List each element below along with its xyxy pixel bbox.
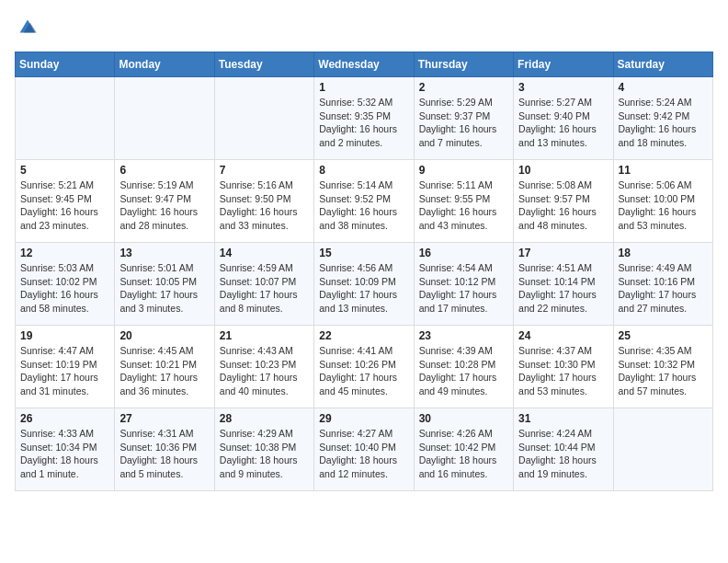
calendar-cell xyxy=(16,77,115,160)
day-info: Sunrise: 4:41 AM Sunset: 10:26 PM Daylig… xyxy=(319,344,408,398)
weekday-header-friday: Friday xyxy=(514,52,613,77)
week-row-2: 5Sunrise: 5:21 AM Sunset: 9:45 PM Daylig… xyxy=(16,160,713,243)
calendar-cell: 11Sunrise: 5:06 AM Sunset: 10:00 PM Dayl… xyxy=(613,160,712,243)
day-number: 17 xyxy=(518,247,608,259)
calendar-cell: 9Sunrise: 5:11 AM Sunset: 9:55 PM Daylig… xyxy=(414,160,513,243)
weekday-header-thursday: Thursday xyxy=(414,52,513,77)
day-info: Sunrise: 5:06 AM Sunset: 10:00 PM Daylig… xyxy=(619,178,708,233)
day-info: Sunrise: 4:29 AM Sunset: 10:38 PM Daylig… xyxy=(220,427,309,481)
calendar-cell: 31Sunrise: 4:24 AM Sunset: 10:44 PM Dayl… xyxy=(514,408,613,491)
day-info: Sunrise: 5:11 AM Sunset: 9:55 PM Dayligh… xyxy=(419,178,508,233)
day-info: Sunrise: 4:39 AM Sunset: 10:28 PM Daylig… xyxy=(419,344,508,398)
day-number: 9 xyxy=(419,164,508,177)
day-info: Sunrise: 5:03 AM Sunset: 10:02 PM Daylig… xyxy=(20,261,109,316)
calendar-cell: 27Sunrise: 4:31 AM Sunset: 10:36 PM Dayl… xyxy=(115,408,214,491)
calendar-cell: 6Sunrise: 5:19 AM Sunset: 9:47 PM Daylig… xyxy=(115,160,214,243)
day-number: 7 xyxy=(220,164,309,177)
day-number: 25 xyxy=(619,329,708,342)
day-number: 27 xyxy=(119,412,209,425)
calendar-cell xyxy=(214,77,313,160)
day-info: Sunrise: 5:21 AM Sunset: 9:45 PM Dayligh… xyxy=(20,178,109,233)
week-row-1: 1Sunrise: 5:32 AM Sunset: 9:35 PM Daylig… xyxy=(16,77,713,160)
day-info: Sunrise: 4:49 AM Sunset: 10:16 PM Daylig… xyxy=(619,261,708,316)
day-number: 29 xyxy=(319,412,408,425)
day-info: Sunrise: 5:19 AM Sunset: 9:47 PM Dayligh… xyxy=(119,178,209,233)
weekday-header-sunday: Sunday xyxy=(16,52,115,77)
day-info: Sunrise: 4:27 AM Sunset: 10:40 PM Daylig… xyxy=(319,427,408,481)
day-number: 13 xyxy=(119,247,209,259)
day-number: 6 xyxy=(119,164,209,177)
day-info: Sunrise: 4:54 AM Sunset: 10:12 PM Daylig… xyxy=(419,261,508,316)
day-info: Sunrise: 4:37 AM Sunset: 10:30 PM Daylig… xyxy=(518,344,608,398)
day-number: 15 xyxy=(319,247,408,259)
weekday-header-wednesday: Wednesday xyxy=(314,52,414,77)
calendar-cell: 23Sunrise: 4:39 AM Sunset: 10:28 PM Dayl… xyxy=(414,326,513,408)
day-number: 16 xyxy=(419,247,508,259)
day-number: 20 xyxy=(119,329,209,342)
day-number: 19 xyxy=(20,329,109,342)
calendar-cell: 14Sunrise: 4:59 AM Sunset: 10:07 PM Dayl… xyxy=(214,243,313,326)
logo-icon xyxy=(15,15,40,40)
day-number: 23 xyxy=(419,329,508,342)
calendar-cell: 21Sunrise: 4:43 AM Sunset: 10:23 PM Dayl… xyxy=(214,326,313,408)
calendar-cell: 17Sunrise: 4:51 AM Sunset: 10:14 PM Dayl… xyxy=(514,243,613,326)
day-info: Sunrise: 4:26 AM Sunset: 10:42 PM Daylig… xyxy=(419,427,508,481)
weekday-header-row: SundayMondayTuesdayWednesdayThursdayFrid… xyxy=(16,52,713,77)
day-number: 24 xyxy=(518,329,608,342)
day-info: Sunrise: 5:32 AM Sunset: 9:35 PM Dayligh… xyxy=(319,96,408,150)
day-number: 10 xyxy=(518,164,608,177)
day-info: Sunrise: 4:33 AM Sunset: 10:34 PM Daylig… xyxy=(20,427,109,481)
calendar-table: SundayMondayTuesdayWednesdayThursdayFrid… xyxy=(15,52,713,491)
day-number: 30 xyxy=(419,412,508,425)
calendar-cell: 25Sunrise: 4:35 AM Sunset: 10:32 PM Dayl… xyxy=(613,326,712,408)
day-number: 18 xyxy=(619,247,708,259)
calendar-cell: 4Sunrise: 5:24 AM Sunset: 9:42 PM Daylig… xyxy=(613,77,712,160)
weekday-header-saturday: Saturday xyxy=(613,52,712,77)
weekday-header-monday: Monday xyxy=(115,52,214,77)
calendar-cell: 10Sunrise: 5:08 AM Sunset: 9:57 PM Dayli… xyxy=(514,160,613,243)
calendar-cell: 29Sunrise: 4:27 AM Sunset: 10:40 PM Dayl… xyxy=(314,408,414,491)
day-info: Sunrise: 4:51 AM Sunset: 10:14 PM Daylig… xyxy=(518,261,608,316)
calendar-cell: 22Sunrise: 4:41 AM Sunset: 10:26 PM Dayl… xyxy=(314,326,414,408)
day-number: 1 xyxy=(319,81,408,94)
calendar-cell: 5Sunrise: 5:21 AM Sunset: 9:45 PM Daylig… xyxy=(16,160,115,243)
day-info: Sunrise: 4:47 AM Sunset: 10:19 PM Daylig… xyxy=(20,344,109,398)
day-number: 5 xyxy=(20,164,109,177)
calendar-cell: 12Sunrise: 5:03 AM Sunset: 10:02 PM Dayl… xyxy=(16,243,115,326)
calendar-cell: 7Sunrise: 5:16 AM Sunset: 9:50 PM Daylig… xyxy=(214,160,313,243)
calendar-cell: 24Sunrise: 4:37 AM Sunset: 10:30 PM Dayl… xyxy=(514,326,613,408)
day-number: 14 xyxy=(220,247,309,259)
week-row-3: 12Sunrise: 5:03 AM Sunset: 10:02 PM Dayl… xyxy=(16,243,713,326)
day-info: Sunrise: 4:56 AM Sunset: 10:09 PM Daylig… xyxy=(319,261,408,316)
calendar-cell: 20Sunrise: 4:45 AM Sunset: 10:21 PM Dayl… xyxy=(115,326,214,408)
day-number: 26 xyxy=(20,412,109,425)
day-number: 28 xyxy=(220,412,309,425)
calendar-cell: 15Sunrise: 4:56 AM Sunset: 10:09 PM Dayl… xyxy=(314,243,414,326)
day-number: 11 xyxy=(619,164,708,177)
day-info: Sunrise: 4:45 AM Sunset: 10:21 PM Daylig… xyxy=(119,344,209,398)
weekday-header-tuesday: Tuesday xyxy=(214,52,313,77)
calendar-cell: 1Sunrise: 5:32 AM Sunset: 9:35 PM Daylig… xyxy=(314,77,414,160)
day-info: Sunrise: 4:31 AM Sunset: 10:36 PM Daylig… xyxy=(119,427,209,481)
day-info: Sunrise: 5:16 AM Sunset: 9:50 PM Dayligh… xyxy=(220,178,309,233)
day-number: 3 xyxy=(518,81,608,94)
calendar-cell: 16Sunrise: 4:54 AM Sunset: 10:12 PM Dayl… xyxy=(414,243,513,326)
day-info: Sunrise: 5:24 AM Sunset: 9:42 PM Dayligh… xyxy=(619,96,708,150)
calendar-cell xyxy=(613,408,712,491)
day-info: Sunrise: 4:35 AM Sunset: 10:32 PM Daylig… xyxy=(619,344,708,398)
calendar-cell: 30Sunrise: 4:26 AM Sunset: 10:42 PM Dayl… xyxy=(414,408,513,491)
calendar-cell: 26Sunrise: 4:33 AM Sunset: 10:34 PM Dayl… xyxy=(16,408,115,491)
day-info: Sunrise: 4:24 AM Sunset: 10:44 PM Daylig… xyxy=(518,427,608,481)
day-number: 4 xyxy=(619,81,708,94)
week-row-4: 19Sunrise: 4:47 AM Sunset: 10:19 PM Dayl… xyxy=(16,326,713,408)
calendar-cell: 18Sunrise: 4:49 AM Sunset: 10:16 PM Dayl… xyxy=(613,243,712,326)
day-number: 2 xyxy=(419,81,508,94)
calendar-cell: 28Sunrise: 4:29 AM Sunset: 10:38 PM Dayl… xyxy=(214,408,313,491)
day-info: Sunrise: 5:08 AM Sunset: 9:57 PM Dayligh… xyxy=(518,178,608,233)
day-number: 12 xyxy=(20,247,109,259)
calendar-cell: 8Sunrise: 5:14 AM Sunset: 9:52 PM Daylig… xyxy=(314,160,414,243)
calendar-cell: 3Sunrise: 5:27 AM Sunset: 9:40 PM Daylig… xyxy=(514,77,613,160)
day-info: Sunrise: 5:01 AM Sunset: 10:05 PM Daylig… xyxy=(119,261,209,316)
day-number: 8 xyxy=(319,164,408,177)
calendar-cell: 2Sunrise: 5:29 AM Sunset: 9:37 PM Daylig… xyxy=(414,77,513,160)
